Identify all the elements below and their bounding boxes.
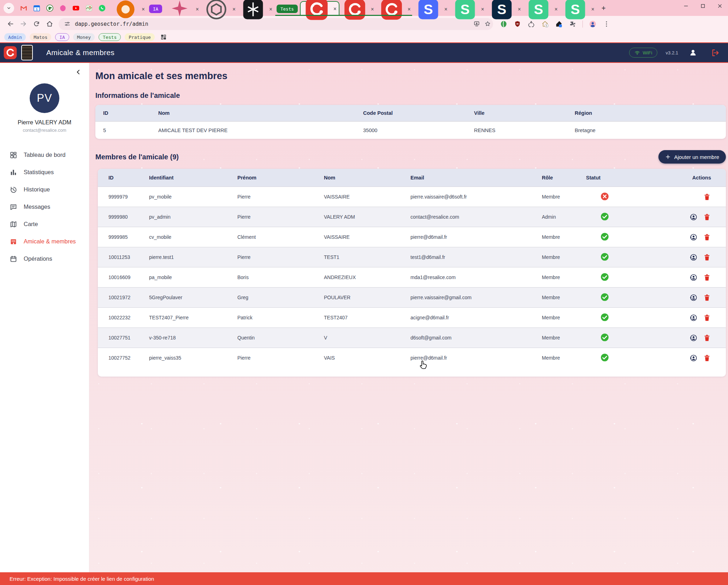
delete-button[interactable] bbox=[703, 354, 711, 362]
maximize-button[interactable] bbox=[700, 3, 706, 9]
browser-tab[interactable]: GeoSec× bbox=[376, 2, 413, 16]
install-icon[interactable] bbox=[473, 20, 480, 27]
bookmark-star-icon[interactable] bbox=[484, 20, 491, 27]
delete-button[interactable] bbox=[703, 253, 711, 261]
browser-tab[interactable]: Perple× bbox=[238, 2, 274, 16]
close-tab-icon[interactable]: × bbox=[408, 6, 411, 12]
new-tab-button[interactable]: + bbox=[599, 3, 609, 13]
pinned-tab-calendar[interactable]: 1 bbox=[33, 4, 41, 12]
browser-tab[interactable]: SDocume× bbox=[450, 2, 486, 16]
delete-button[interactable] bbox=[703, 233, 711, 241]
sidebar-collapse-icon[interactable] bbox=[75, 69, 82, 76]
impersonate-button[interactable] bbox=[689, 273, 697, 282]
pinned-tab-youtube[interactable] bbox=[72, 4, 80, 12]
reload-button[interactable] bbox=[30, 18, 42, 30]
profile-avatar[interactable] bbox=[589, 20, 597, 28]
close-tab-icon[interactable]: × bbox=[142, 6, 145, 12]
extension-home-badge-icon[interactable]: 1 bbox=[541, 20, 549, 28]
browser-tab[interactable]: SDocume× bbox=[523, 2, 560, 16]
impersonate-button[interactable] bbox=[689, 233, 697, 241]
browser-tab[interactable]: ChatGP× bbox=[201, 2, 238, 16]
bookmark-matos[interactable]: Matos bbox=[30, 33, 51, 41]
browser-tab[interactable]: New Ta× bbox=[110, 2, 147, 16]
close-tab-icon[interactable]: × bbox=[333, 6, 337, 12]
delete-button[interactable] bbox=[703, 314, 711, 322]
extension-shield-icon[interactable] bbox=[514, 20, 521, 28]
members-header-cell: Prénom bbox=[237, 175, 324, 181]
close-tab-icon[interactable]: × bbox=[555, 6, 558, 12]
close-tab-icon[interactable]: × bbox=[481, 6, 484, 12]
info-header-cell: ID bbox=[103, 110, 158, 116]
delete-button[interactable] bbox=[703, 294, 711, 302]
close-tab-icon[interactable]: × bbox=[518, 6, 521, 12]
member-identifiant-cell: pv_admin bbox=[149, 214, 237, 220]
browser-tab[interactable]: SVG to× bbox=[164, 2, 201, 16]
screen: 1 New Ta×IASVG to×ChatGP×Perple×TestsGeo… bbox=[0, 0, 728, 585]
sidebar-item-amicale-membres[interactable]: Amicale & membres bbox=[0, 233, 89, 250]
impersonate-button[interactable] bbox=[689, 354, 697, 362]
close-tab-icon[interactable]: × bbox=[196, 6, 199, 12]
site-info-icon[interactable] bbox=[64, 20, 71, 27]
delete-button[interactable] bbox=[703, 213, 711, 221]
pinned-tab-maps-app[interactable] bbox=[85, 4, 93, 12]
browser-tab-active[interactable]: GeoSec× bbox=[300, 1, 339, 16]
forward-button[interactable] bbox=[17, 18, 29, 30]
impersonate-button[interactable] bbox=[689, 253, 697, 261]
extension-green-icon[interactable] bbox=[500, 20, 508, 28]
extension-pen-icon[interactable] bbox=[555, 20, 563, 28]
bookmark-apps-grid-icon[interactable] bbox=[160, 34, 167, 41]
wifi-status-badge: WiFi bbox=[629, 48, 657, 58]
back-button[interactable] bbox=[4, 18, 16, 30]
sidebar-item-messages[interactable]: Messages bbox=[0, 198, 89, 215]
browser-tab[interactable]: GeoSec× bbox=[339, 2, 376, 16]
delete-button[interactable] bbox=[703, 193, 711, 201]
close-tab-icon[interactable]: × bbox=[591, 6, 594, 12]
sidebar-item-historique[interactable]: Historique bbox=[0, 181, 89, 198]
pinned-tab-green-app[interactable] bbox=[46, 4, 54, 12]
sidebar-item-carte[interactable]: Carte bbox=[0, 215, 89, 233]
impersonate-button[interactable] bbox=[689, 294, 697, 302]
close-tab-icon[interactable]: × bbox=[232, 6, 236, 12]
close-tab-icon[interactable]: × bbox=[444, 6, 448, 12]
extension-recycle-icon[interactable] bbox=[527, 20, 535, 28]
add-member-button[interactable]: Ajouter un membre bbox=[658, 150, 726, 164]
impersonate-button[interactable] bbox=[689, 314, 697, 322]
bookmark-admin[interactable]: Admin bbox=[4, 33, 26, 41]
pinned-tab-gmail[interactable] bbox=[20, 4, 28, 12]
minimize-button[interactable] bbox=[683, 3, 689, 9]
browser-tab[interactable]: STermin× bbox=[413, 2, 450, 16]
member-identifiant-cell: cv_mobile bbox=[149, 234, 237, 240]
bookmark-tests[interactable]: Tests bbox=[99, 33, 121, 41]
user-icon[interactable] bbox=[689, 48, 697, 57]
browser-menu-icon[interactable] bbox=[603, 20, 610, 28]
pinned-tab-pink-app[interactable] bbox=[59, 4, 67, 12]
members-header-cell: Email bbox=[410, 175, 542, 181]
extensions-puzzle-icon[interactable] bbox=[569, 20, 576, 28]
s-blue-tab-icon: S bbox=[416, 0, 440, 21]
browser-tab[interactable]: SStripe× bbox=[486, 2, 523, 16]
impersonate-button[interactable] bbox=[689, 213, 697, 221]
home-button[interactable] bbox=[43, 18, 55, 30]
bookmark-ia[interactable]: IA bbox=[55, 33, 69, 41]
svg-text:1: 1 bbox=[36, 7, 37, 11]
members-header-cell: ID bbox=[108, 175, 149, 181]
bookmark-money[interactable]: Money bbox=[73, 33, 95, 41]
close-tab-icon[interactable]: × bbox=[371, 6, 374, 12]
browser-tab[interactable]: SExempl× bbox=[560, 2, 597, 16]
bookmark-pratique[interactable]: Pratique bbox=[125, 33, 155, 41]
impersonate-button[interactable] bbox=[689, 334, 697, 342]
sidebar-item-label: Amicale & membres bbox=[24, 238, 76, 245]
url-text: dapp.geosector.fr/admin bbox=[75, 21, 469, 27]
logout-icon[interactable] bbox=[711, 48, 720, 57]
close-tab-icon[interactable]: × bbox=[269, 6, 272, 12]
sidebar-item-tableau-de-bord[interactable]: Tableau de bord bbox=[0, 146, 89, 164]
sidebar-item-op-rations[interactable]: Opérations bbox=[0, 250, 89, 267]
sidebar-item-statistiques[interactable]: Statistiques bbox=[0, 164, 89, 181]
delete-button[interactable] bbox=[703, 334, 711, 342]
close-window-button[interactable] bbox=[717, 3, 723, 9]
tab-group-pill-ia[interactable]: IA bbox=[149, 5, 162, 13]
tab-search-button[interactable] bbox=[4, 3, 14, 13]
delete-button[interactable] bbox=[703, 273, 711, 282]
pinned-tab-whatsapp[interactable] bbox=[98, 4, 106, 12]
tab-group-pill-tests[interactable]: Tests bbox=[277, 5, 298, 13]
